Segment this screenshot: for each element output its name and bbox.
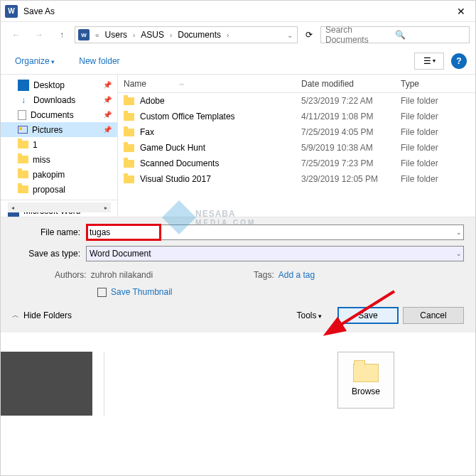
file-row[interactable]: Custom Office Templates4/11/2019 1:08 PM… [118,109,475,124]
chevron-down-icon[interactable]: ⌄ [286,31,294,39]
breadcrumb[interactable]: W « Users › ASUS › Documents › ⌄ [75,26,298,43]
chevron-up-icon: ︿ [12,310,19,320]
list-icon: ☰ [423,56,431,66]
folder-open-icon [353,364,379,382]
breadcrumb-segment[interactable]: Users [102,30,130,40]
tree-item-pictures[interactable]: Pictures📌 [1,122,117,137]
tree-scrollbar[interactable]: ◂▸ [8,202,111,212]
saveastype-label: Save as type: [12,249,86,259]
pin-icon: 📌 [103,126,112,134]
organize-menu[interactable]: Organize [9,53,60,69]
bottom-panel: File name: tugas ⌄ Save as type: Word Do… [1,217,475,332]
download-icon [18,94,29,106]
pin-icon: 📌 [103,81,112,89]
chevron-right-icon: › [131,31,136,39]
search-placeholder: Search Documents [325,25,395,45]
titlebar: W Save As ✕ [1,1,475,22]
authors-value[interactable]: zuhroh nilakandi [91,270,153,280]
filename-input[interactable]: tugas ⌄ [86,225,464,240]
saveastype-select[interactable]: Word Document ⌄ [86,246,464,261]
folder-icon [18,185,28,193]
new-folder-button[interactable]: New folder [73,53,125,69]
toolbar: Organize New folder ☰▾ ? [1,48,475,75]
word-icon: W [78,29,90,40]
tree-item-desktop[interactable]: Desktop📌 [1,77,117,92]
search-input[interactable]: Search Documents 🔍 [320,26,470,43]
word-icon: W [5,5,18,18]
folder-icon [124,160,134,168]
cancel-button[interactable]: Cancel [403,307,464,324]
breadcrumb-segment[interactable]: ASUS [138,30,167,40]
main-area: Desktop📌 Downloads📌 Documents📌 Pictures📌… [1,75,475,217]
chevron-right-icon: › [168,31,173,39]
folder-icon [124,175,134,183]
tags-value[interactable]: Add a tag [278,270,315,280]
folder-icon [124,129,134,136]
sort-asc-icon: ︿ [179,80,185,87]
back-button[interactable]: ← [6,26,26,43]
authors-label: Authors: [55,270,87,280]
tree-item-folder[interactable]: pakopim [1,167,117,182]
navigation-tree: Desktop📌 Downloads📌 Documents📌 Pictures📌… [1,75,118,217]
file-row[interactable]: Fax7/25/2019 4:05 PMFile folder [118,124,475,140]
chevron-down-icon[interactable]: ⌄ [456,229,462,236]
document-icon [18,110,26,120]
file-row[interactable]: Visual Studio 20173/29/2019 12:05 PMFile… [118,171,475,187]
refresh-button[interactable]: ⟳ [301,26,318,43]
picture-icon [18,126,28,134]
navigation-bar: ← → ↑ W « Users › ASUS › Documents › ⌄ ⟳… [1,22,475,48]
help-button[interactable]: ? [451,53,467,69]
search-icon: 🔍 [395,30,465,40]
folder-icon [124,113,134,121]
file-row[interactable]: Scanned Documents7/25/2019 7:23 PMFile f… [118,156,475,171]
dialog-title: Save As [23,6,447,16]
tree-item-downloads[interactable]: Downloads📌 [1,92,117,107]
hide-folders-toggle[interactable]: ︿ Hide Folders [12,310,72,320]
background-app-strip [92,352,104,416]
folder-icon [124,97,134,105]
folder-icon [18,171,28,178]
background-app-strip [1,352,92,416]
breadcrumb-segment[interactable]: Documents [175,30,224,40]
browse-card[interactable]: Browse [337,352,394,409]
pin-icon: 📌 [103,96,112,104]
save-thumbnail-checkbox[interactable] [97,288,107,297]
save-button[interactable]: Save [337,307,399,324]
folder-icon [18,141,28,148]
chevron-right-icon: « [94,31,101,39]
file-list: Name︿ Date modified Type Adobe5/23/2019 … [118,75,475,217]
folder-icon [124,144,134,152]
forward-button[interactable]: → [29,26,49,43]
chevron-right-icon: › [225,31,230,39]
up-button[interactable]: ↑ [52,26,72,43]
folder-icon [18,156,28,163]
tree-item-folder[interactable]: 1 [1,137,117,152]
file-row[interactable]: Game Duck Hunt5/9/2019 10:38 AMFile fold… [118,140,475,156]
view-options-button[interactable]: ☰▾ [414,53,444,70]
tree-item-folder[interactable]: proposal [1,182,117,197]
pin-icon: 📌 [103,111,112,119]
file-row[interactable]: Adobe5/23/2019 7:22 AMFile folder [118,93,475,109]
tree-item-folder[interactable]: miss [1,152,117,167]
desktop-icon [18,80,29,91]
save-thumbnail-label: Save Thumbnail [111,287,173,297]
close-button[interactable]: ✕ [447,1,475,22]
tags-label: Tags: [254,270,274,280]
filename-label: File name: [12,227,86,237]
chevron-down-icon[interactable]: ⌄ [456,250,462,257]
browse-label: Browse [352,386,380,396]
tree-item-documents[interactable]: Documents📌 [1,107,117,122]
tools-menu[interactable]: Tools [296,310,322,320]
file-list-header[interactable]: Name︿ Date modified Type [118,75,475,93]
